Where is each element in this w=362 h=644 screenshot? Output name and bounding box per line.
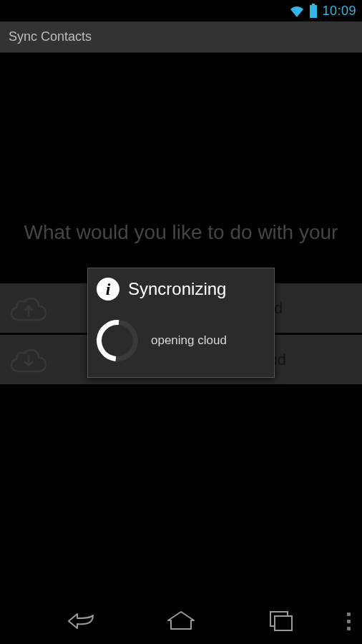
navigation-bar (0, 598, 362, 644)
status-time: 10:09 (322, 4, 356, 19)
dialog-title: Syncronizing (128, 279, 226, 299)
menu-dot (347, 620, 351, 623)
status-bar: 10:09 (0, 0, 362, 21)
menu-dot (347, 613, 351, 616)
recent-apps-button[interactable] (260, 600, 303, 643)
back-button[interactable] (59, 600, 102, 643)
menu-button[interactable] (347, 613, 351, 630)
svg-rect-1 (310, 5, 317, 18)
info-icon: i (97, 278, 119, 301)
svg-rect-0 (312, 4, 315, 5)
dialog-body: opening cloud (88, 310, 274, 377)
dialog-message: opening cloud (151, 333, 227, 348)
sync-dialog: i Syncronizing opening cloud (87, 268, 275, 378)
loading-spinner-icon (88, 311, 147, 370)
menu-dot (347, 627, 351, 630)
home-button[interactable] (160, 600, 202, 643)
main-content: What would you like to do with your Send… (0, 53, 362, 598)
battery-icon (309, 4, 318, 18)
svg-rect-3 (275, 616, 292, 630)
app-title: Sync Contacts (9, 29, 92, 44)
action-bar: Sync Contacts (0, 21, 362, 53)
dialog-header: i Syncronizing (88, 268, 274, 310)
wifi-icon (289, 4, 305, 17)
